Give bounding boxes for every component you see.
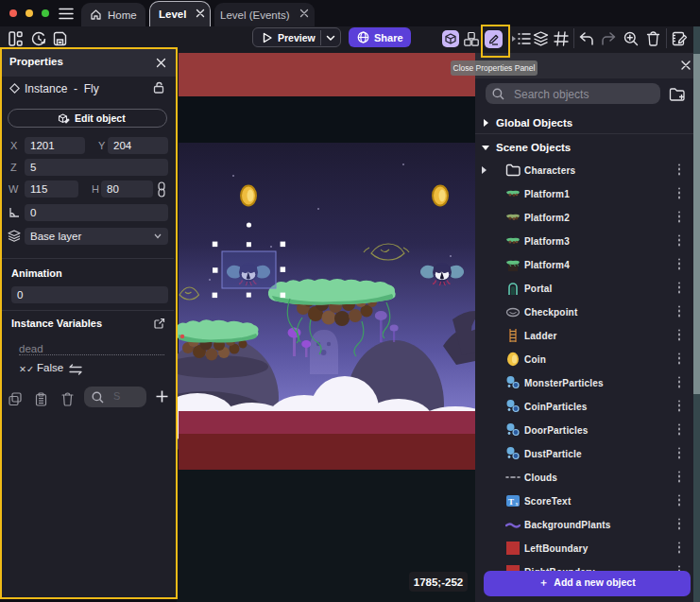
svg-text:x: x	[516, 501, 519, 507]
svg-text:1785;-252: 1785;-252	[414, 576, 463, 588]
svg-text:T: T	[508, 496, 514, 506]
